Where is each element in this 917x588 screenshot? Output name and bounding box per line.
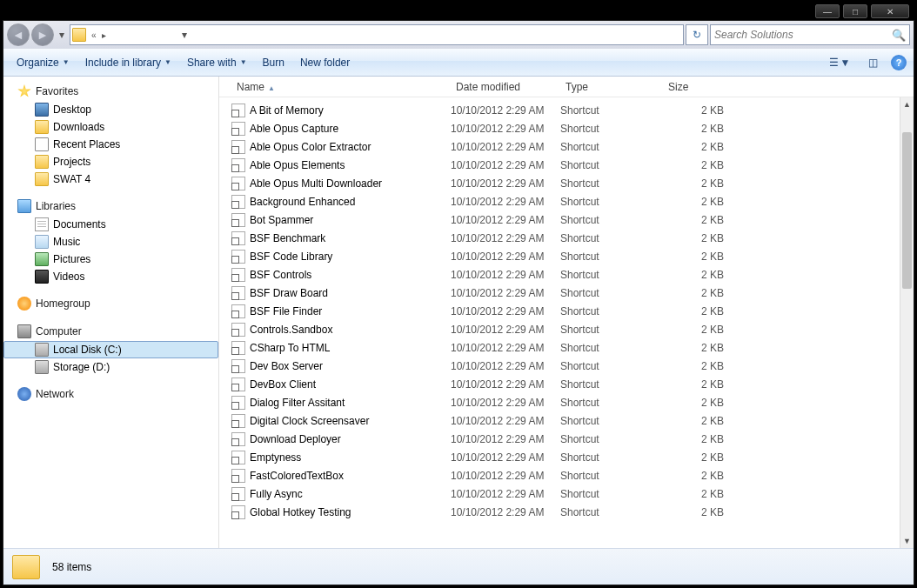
file-date: 10/10/2012 2:29 AM [451, 232, 560, 244]
scroll-up-button[interactable]: ▲ [900, 97, 914, 111]
search-input[interactable] [714, 29, 892, 41]
file-type: Shortcut [560, 488, 663, 500]
column-header-size[interactable]: Size [663, 77, 733, 97]
file-type: Shortcut [560, 506, 663, 518]
organize-button[interactable]: Organize▼ [10, 53, 76, 72]
file-row[interactable]: Emptyness10/10/2012 2:29 AMShortcut2 KB [219, 448, 914, 466]
sidebar-item-recent[interactable]: Recent Places [3, 136, 218, 153]
column-header-type[interactable]: Type [560, 77, 663, 97]
sidebar-item-documents[interactable]: Documents [3, 216, 218, 233]
chevron-icon[interactable]: ▸ [99, 30, 109, 40]
minimize-button[interactable]: — [815, 4, 840, 18]
breadcrumb-start-menu[interactable]: Start Menu [99, 41, 177, 45]
file-row[interactable]: Fully Async10/10/2012 2:29 AMShortcut2 K… [219, 484, 914, 503]
refresh-button[interactable]: ↻ [686, 24, 708, 45]
history-dropdown[interactable]: ▾ [56, 26, 68, 43]
file-type: Shortcut [560, 378, 663, 391]
file-row[interactable]: Dialog Filter Assitant10/10/2012 2:29 AM… [219, 393, 914, 411]
sidebar-favorites-header[interactable]: Favorites [3, 82, 218, 101]
file-type: Shortcut [560, 251, 663, 263]
preview-pane-button[interactable]: ◫ [858, 53, 887, 72]
file-row[interactable]: BSF File Finder10/10/2012 2:29 AMShortcu… [219, 302, 914, 320]
file-date: 10/10/2012 2:29 AM [451, 104, 560, 117]
file-row[interactable]: BSF Code Library10/10/2012 2:29 AMShortc… [219, 247, 914, 265]
file-row[interactable]: Able Opus Capture10/10/2012 2:29 AMShort… [219, 119, 914, 137]
scroll-thumb[interactable] [902, 132, 912, 289]
search-box[interactable]: 🔍 [710, 24, 910, 45]
share-with-button[interactable]: Share with▼ [181, 53, 253, 72]
network-icon [17, 387, 31, 401]
file-row[interactable]: Background Enhanced10/10/2012 2:29 AMSho… [219, 192, 914, 210]
shortcut-icon [231, 341, 245, 355]
sidebar-item-music[interactable]: Music [3, 233, 218, 251]
sidebar-item-videos[interactable]: Videos [3, 268, 218, 285]
file-row[interactable]: Dev Box Server10/10/2012 2:29 AMShortcut… [219, 357, 914, 375]
file-row[interactable]: CSharp To HTML10/10/2012 2:29 AMShortcut… [219, 338, 914, 357]
sidebar-computer-header[interactable]: Computer [3, 322, 218, 341]
file-row[interactable]: Bot Spammer10/10/2012 2:29 AMShortcut2 K… [219, 210, 914, 229]
toolbar: Organize▼ Include in library▼ Share with… [3, 49, 914, 77]
sidebar-network[interactable]: Network [3, 384, 218, 404]
file-name: Bot Spammer [250, 214, 313, 226]
close-button[interactable]: ✕ [871, 4, 909, 18]
column-header-date[interactable]: Date modified [451, 77, 560, 97]
sidebar-item-downloads[interactable]: Downloads [3, 118, 218, 136]
shortcut-icon [231, 213, 245, 227]
sidebar-item-swat4[interactable]: SWAT 4 [3, 170, 218, 188]
help-button[interactable]: ? [891, 55, 907, 70]
back-button[interactable]: ◄ [7, 23, 30, 46]
file-size: 2 KB [663, 470, 733, 482]
file-row[interactable]: BSF Draw Board10/10/2012 2:29 AMShortcut… [219, 284, 914, 302]
sidebar-item-desktop[interactable]: Desktop [3, 101, 218, 118]
folder-icon [35, 172, 49, 186]
file-row[interactable]: A Bit of Memory10/10/2012 2:29 AMShortcu… [219, 101, 914, 119]
shortcut-icon [231, 505, 245, 519]
file-size: 2 KB [663, 232, 733, 244]
forward-button[interactable]: ► [31, 23, 54, 46]
file-size: 2 KB [663, 305, 733, 317]
sidebar-homegroup[interactable]: Homegroup [3, 294, 218, 313]
shortcut-icon [231, 104, 245, 117]
file-row[interactable]: BSF Benchmark10/10/2012 2:29 AMShortcut2… [219, 229, 914, 247]
file-date: 10/10/2012 2:29 AM [451, 269, 560, 281]
file-size: 2 KB [663, 488, 733, 500]
sidebar-item-pictures[interactable]: Pictures [3, 251, 218, 268]
sidebar-libraries-header[interactable]: Libraries [3, 197, 218, 216]
file-date: 10/10/2012 2:29 AM [451, 451, 560, 464]
file-row[interactable]: BSF Controls10/10/2012 2:29 AMShortcut2 … [219, 265, 914, 284]
file-size: 2 KB [663, 177, 733, 190]
file-row[interactable]: Controls.Sandbox10/10/2012 2:29 AMShortc… [219, 320, 914, 338]
file-row[interactable]: DevBox Client10/10/2012 2:29 AMShortcut2… [219, 375, 914, 393]
include-in-library-button[interactable]: Include in library▼ [79, 53, 177, 72]
shortcut-icon [231, 323, 245, 337]
address-dropdown[interactable]: ▾ [177, 29, 192, 41]
file-row[interactable]: Able Opus Color Extractor10/10/2012 2:29… [219, 137, 914, 156]
file-size: 2 KB [663, 342, 733, 354]
maximize-button[interactable]: □ [843, 4, 867, 18]
sidebar-item-projects[interactable]: Projects [3, 153, 218, 170]
file-row[interactable]: Download Deployer10/10/2012 2:29 AMShort… [219, 430, 914, 448]
column-header-name[interactable]: Name▲ [231, 77, 451, 97]
sidebar-item-local-disk-c[interactable]: Local Disk (C:) [3, 341, 218, 358]
file-row[interactable]: Able Opus Multi Downloader10/10/2012 2:2… [219, 174, 914, 192]
breadcrumb-bar[interactable]: « AppData▸Roaming▸Microsoft▸Windows▸Star… [70, 24, 684, 45]
vertical-scrollbar[interactable]: ▲ ▼ [900, 97, 914, 548]
file-row[interactable]: Digital Clock Screensaver10/10/2012 2:29… [219, 411, 914, 430]
shortcut-icon [231, 396, 245, 410]
file-row[interactable]: Able Opus Elements10/10/2012 2:29 AMShor… [219, 156, 914, 174]
shortcut-icon [231, 177, 245, 190]
sidebar-item-storage-d[interactable]: Storage (D:) [3, 358, 218, 376]
view-options-button[interactable]: ☰▼ [825, 53, 854, 72]
burn-button[interactable]: Burn [257, 53, 291, 72]
chevron-icon[interactable]: « [89, 30, 99, 40]
file-row[interactable]: FastColoredTextBox10/10/2012 2:29 AMShor… [219, 466, 914, 484]
file-name: Emptyness [250, 451, 301, 464]
scroll-down-button[interactable]: ▼ [900, 534, 914, 548]
file-row[interactable]: Global Hotkey Testing10/10/2012 2:29 AMS… [219, 503, 914, 521]
file-date: 10/10/2012 2:29 AM [451, 287, 560, 299]
file-type: Shortcut [560, 232, 663, 244]
new-folder-button[interactable]: New folder [294, 53, 356, 72]
breadcrumb-windows[interactable]: Windows [99, 24, 177, 29]
file-date: 10/10/2012 2:29 AM [451, 360, 560, 372]
libraries-icon [17, 199, 31, 213]
